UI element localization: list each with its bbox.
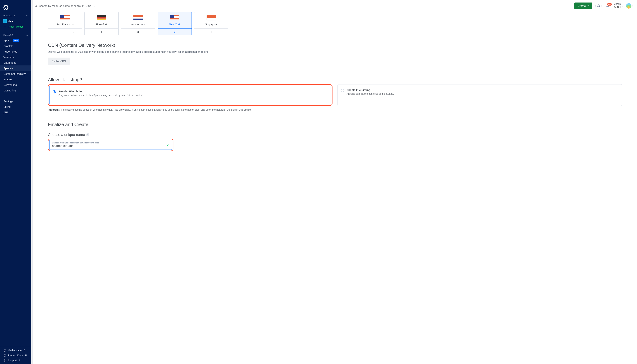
content: San Francisco 2 3 Frankfurt 1 bbox=[33, 12, 637, 364]
create-button[interactable]: Create bbox=[574, 2, 592, 9]
lifering-icon bbox=[4, 359, 6, 362]
chevron-up-icon bbox=[26, 14, 28, 17]
help-tooltip-icon[interactable]: ? bbox=[86, 134, 89, 136]
important-note: Important: This setting has no effect on… bbox=[48, 108, 622, 112]
usage-display[interactable]: USAGE $20.47 bbox=[614, 3, 623, 8]
sidebar-item-droplets[interactable]: Droplets bbox=[0, 43, 32, 49]
sidebar-item-label: API bbox=[4, 111, 8, 114]
region-singapore[interactable]: Singapore 1 bbox=[194, 12, 228, 35]
svg-point-1 bbox=[4, 359, 6, 361]
option-title: Enable File Listing bbox=[347, 88, 394, 92]
sidebar-item-container-registry[interactable]: Container Registry bbox=[0, 71, 32, 76]
svg-rect-26 bbox=[206, 18, 216, 20]
sidebar-item-label: Spaces bbox=[4, 67, 13, 70]
region-new-york[interactable]: New York 3 bbox=[158, 12, 192, 35]
sidebar-item-label: Billing bbox=[4, 105, 10, 108]
projects-header[interactable]: PROJECTS bbox=[0, 14, 32, 17]
project-dev[interactable]: dev bbox=[0, 18, 32, 24]
sidebar-item-label: Monitoring bbox=[4, 89, 16, 92]
region-frankfurt[interactable]: Frankfurt 1 bbox=[84, 12, 118, 35]
sidebar-item-label: Volumes bbox=[4, 56, 14, 59]
sidebar-item-label: Kubernetes bbox=[4, 50, 17, 53]
external-link-icon bbox=[23, 350, 25, 351]
cdn-description: Deliver web assets up to 70% faster with… bbox=[48, 50, 622, 54]
region-sub[interactable]: 1 bbox=[85, 28, 118, 35]
sidebar-item-monitoring[interactable]: Monitoring bbox=[0, 88, 32, 93]
sidebar-item-api[interactable]: API bbox=[0, 110, 32, 115]
footer-label: Support bbox=[8, 359, 17, 362]
flag-de-icon bbox=[97, 15, 106, 20]
svg-rect-18 bbox=[134, 19, 143, 20]
sidebar-item-networking[interactable]: Networking bbox=[0, 82, 32, 88]
sidebar-item-settings[interactable]: Settings bbox=[0, 98, 32, 104]
enable-cdn-button[interactable]: Enable CDN bbox=[48, 58, 70, 65]
region-san-francisco[interactable]: San Francisco 2 3 bbox=[48, 12, 82, 35]
region-sub[interactable]: 3 bbox=[65, 28, 82, 35]
region-sub[interactable]: 3 bbox=[158, 28, 192, 35]
region-name: Amsterdam bbox=[131, 23, 145, 26]
svg-line-4 bbox=[36, 6, 37, 7]
new-project-label: New Project bbox=[8, 25, 23, 28]
radio-icon bbox=[53, 90, 56, 94]
region-name: Singapore bbox=[205, 23, 217, 26]
sidebar-item-kubernetes[interactable]: Kubernetes bbox=[0, 49, 32, 54]
sidebar-item-spaces[interactable]: Spaces bbox=[0, 66, 32, 71]
help-button[interactable]: ? bbox=[596, 3, 602, 9]
cube-icon bbox=[4, 349, 6, 352]
sidebar-item-images[interactable]: Images bbox=[0, 76, 32, 82]
sidebar-item-label: Settings bbox=[4, 100, 13, 103]
external-link-icon bbox=[25, 354, 26, 356]
create-label: Create bbox=[578, 4, 586, 7]
region-sub[interactable]: 2 bbox=[48, 28, 65, 35]
brand-logo[interactable] bbox=[0, 0, 32, 14]
usage-value: $20.47 bbox=[614, 5, 623, 8]
footer-marketplace[interactable]: Marketplace bbox=[0, 348, 32, 353]
region-name: San Francisco bbox=[56, 23, 74, 26]
sidebar-scrollbar[interactable] bbox=[32, 0, 33, 364]
cube-icon bbox=[4, 354, 6, 357]
region-grid: San Francisco 2 3 Frankfurt 1 bbox=[48, 12, 622, 35]
space-name-value[interactable] bbox=[52, 144, 151, 148]
notifications-button[interactable]: +99 bbox=[605, 4, 611, 8]
sidebar-item-apps[interactable]: Apps NEW bbox=[0, 38, 32, 43]
new-project-button[interactable]: + New Project bbox=[0, 24, 32, 30]
option-enable-listing[interactable]: Enable File Listing Anyone can list the … bbox=[338, 84, 622, 106]
global-search[interactable]: Search by resource name or public IP (Cm… bbox=[34, 4, 571, 7]
file-listing-options: Restrict File Listing Only users who con… bbox=[48, 84, 622, 106]
flag-us-icon bbox=[60, 15, 70, 20]
region-amsterdam[interactable]: Amsterdam 3 bbox=[121, 12, 155, 35]
svg-rect-10 bbox=[60, 18, 70, 19]
chevron-down-icon: ▾ bbox=[632, 5, 633, 7]
footer-product-docs[interactable]: Product Docs bbox=[0, 353, 32, 358]
region-sub[interactable]: 3 bbox=[121, 28, 155, 35]
space-name-input[interactable]: Choose a unique subdomain name for your … bbox=[49, 140, 172, 150]
sidebar-item-databases[interactable]: Databases bbox=[0, 60, 32, 66]
question-icon: ? bbox=[597, 4, 600, 7]
search-icon bbox=[34, 5, 37, 7]
svg-rect-15 bbox=[97, 19, 106, 20]
svg-rect-16 bbox=[134, 15, 143, 17]
sidebar: PROJECTS dev + New Project MANAGE Apps N… bbox=[0, 0, 32, 364]
region-name: New York bbox=[169, 23, 180, 26]
file-listing-heading: Allow file listing? bbox=[48, 77, 622, 82]
flag-us-icon bbox=[170, 15, 179, 20]
footer-label: Marketplace bbox=[8, 349, 22, 352]
avatar[interactable] bbox=[626, 3, 632, 8]
footer-support[interactable]: Support bbox=[0, 358, 32, 363]
unique-name-heading: Choose a unique name ? bbox=[48, 133, 622, 137]
option-desc: Only users who connect to this Space usi… bbox=[58, 94, 145, 97]
highlight-annotation: Restrict File Listing Only users who con… bbox=[48, 84, 332, 106]
important-label: Important: bbox=[48, 108, 60, 111]
finalize-heading: Finalize and Create bbox=[48, 122, 622, 127]
sidebar-item-volumes[interactable]: Volumes bbox=[0, 54, 32, 60]
plus-icon: + bbox=[4, 25, 7, 28]
svg-rect-17 bbox=[134, 17, 143, 18]
sidebar-item-label: Images bbox=[4, 78, 12, 81]
manage-header[interactable]: MANAGE bbox=[0, 34, 32, 36]
project-icon bbox=[4, 19, 7, 22]
option-restrict-listing[interactable]: Restrict File Listing Only users who con… bbox=[49, 86, 331, 104]
region-sub[interactable]: 1 bbox=[194, 28, 228, 35]
sidebar-item-billing[interactable]: Billing bbox=[0, 104, 32, 110]
main: Search by resource name or public IP (Cm… bbox=[33, 0, 637, 364]
new-badge: NEW bbox=[13, 39, 19, 42]
